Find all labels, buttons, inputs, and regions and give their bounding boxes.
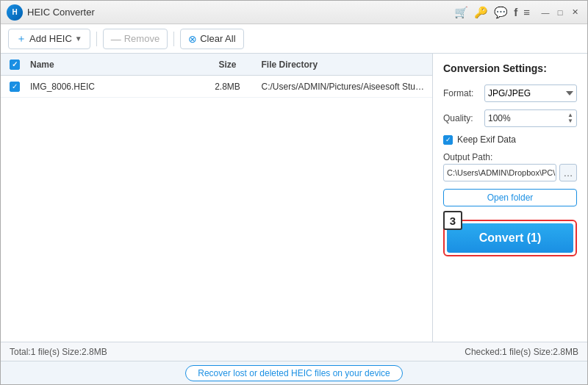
convert-button[interactable]: Convert (1) — [447, 223, 573, 253]
main-content: ✓ Name Size File Directory ✓ IMG_8006.HE… — [1, 54, 587, 342]
convert-area: 3 Convert (1) — [443, 220, 577, 256]
clear-icon: ⊗ — [188, 33, 197, 45]
minimize-button[interactable]: — — [539, 6, 552, 19]
open-folder-button[interactable]: Open folder — [443, 189, 577, 206]
row-name: IMG_8006.HEIC — [26, 82, 198, 92]
status-bar: Total:1 file(s) Size:2.8MB Checked:1 fil… — [1, 342, 587, 361]
table-body: ✓ IMG_8006.HEIC 2.8MB C:/Users/ADMIN/Pic… — [1, 76, 432, 342]
app-logo: H — [7, 4, 23, 21]
toolbar: ＋ Add HEIC ▼ — Remove ⊗ Clear All — [1, 24, 587, 54]
header-directory: File Directory — [257, 60, 430, 70]
settings-panel: Conversion Settings: Format: JPG/JPEG PN… — [433, 54, 587, 342]
row-checkbox[interactable]: ✓ — [10, 82, 20, 92]
format-label: Format: — [443, 88, 480, 98]
convert-button-wrapper: Convert (1) — [443, 220, 577, 256]
maximize-button[interactable]: □ — [553, 6, 567, 19]
add-icon: ＋ — [16, 32, 26, 46]
add-heic-button[interactable]: ＋ Add HEIC ▼ — [8, 29, 90, 49]
status-right: Checked:1 file(s) Size:2.8MB — [465, 347, 578, 357]
step-badge: 3 — [443, 211, 462, 230]
quality-row: Quality: 100% ▲ ▼ — [443, 109, 577, 127]
table-row: ✓ IMG_8006.HEIC 2.8MB C:/Users/ADMIN/Pic… — [1, 76, 432, 98]
header-checkbox[interactable]: ✓ — [10, 60, 20, 70]
remove-button[interactable]: — Remove — [103, 29, 168, 49]
browse-path-button[interactable]: … — [559, 164, 577, 181]
quality-label: Quality: — [443, 113, 480, 123]
cart-icon[interactable]: 🛒 — [454, 6, 468, 19]
header-name: Name — [26, 60, 198, 70]
header-checkbox-cell: ✓ — [4, 60, 26, 70]
close-button[interactable]: ✕ — [568, 6, 581, 19]
key-icon[interactable]: 🔑 — [474, 6, 488, 19]
window-controls: — □ ✕ — [539, 6, 581, 19]
settings-title: Conversion Settings: — [443, 62, 577, 74]
facebook-icon[interactable]: f — [514, 6, 517, 19]
title-bar: H HEIC Converter 🛒 🔑 💬 f ≡ — □ ✕ — [1, 1, 587, 24]
recovery-button[interactable]: Recover lost or deleted HEIC files on yo… — [185, 365, 402, 381]
header-size: Size — [198, 60, 257, 70]
output-path-section: Output Path: C:\Users\ADMIN\Dropbox\PC\ … — [443, 152, 577, 181]
output-path-value: C:\Users\ADMIN\Dropbox\PC\ — [443, 164, 556, 181]
row-directory: C:/Users/ADMIN/Pictures/Aiseesoft Studio… — [257, 82, 430, 92]
keep-exif-label: Keep Exif Data — [457, 134, 516, 145]
table-header: ✓ Name Size File Directory — [1, 54, 432, 76]
format-select[interactable]: JPG/JPEG PNG BMP GIF TIFF — [484, 84, 577, 102]
keep-exif-checkbox[interactable]: ✓ — [443, 135, 453, 145]
spinbox-arrows: ▲ ▼ — [567, 112, 573, 124]
chat-icon[interactable]: 💬 — [494, 6, 508, 19]
format-row: Format: JPG/JPEG PNG BMP GIF TIFF — [443, 84, 577, 102]
file-panel: ✓ Name Size File Directory ✓ IMG_8006.HE… — [1, 54, 433, 342]
row-checkbox-cell: ✓ — [4, 82, 26, 92]
app-title: HEIC Converter — [27, 7, 454, 18]
row-size: 2.8MB — [198, 82, 257, 92]
title-icons: 🛒 🔑 💬 f ≡ — [454, 6, 530, 19]
status-left: Total:1 file(s) Size:2.8MB — [10, 347, 107, 357]
keep-exif-row: ✓ Keep Exif Data — [443, 134, 577, 145]
recovery-bar: Recover lost or deleted HEIC files on yo… — [1, 361, 587, 384]
spinbox-down-icon[interactable]: ▼ — [567, 118, 573, 124]
output-path-row: C:\Users\ADMIN\Dropbox\PC\ … — [443, 164, 577, 181]
quality-value: 100% — [488, 113, 511, 123]
toolbar-separator-2 — [173, 32, 174, 46]
output-path-label: Output Path: — [443, 152, 577, 162]
toolbar-separator — [96, 32, 97, 46]
menu-icon[interactable]: ≡ — [523, 6, 530, 19]
dropdown-arrow-icon: ▼ — [75, 35, 82, 43]
remove-icon: — — [111, 33, 121, 45]
clear-all-button[interactable]: ⊗ Clear All — [180, 29, 243, 49]
quality-spinbox: 100% ▲ ▼ — [484, 109, 577, 127]
